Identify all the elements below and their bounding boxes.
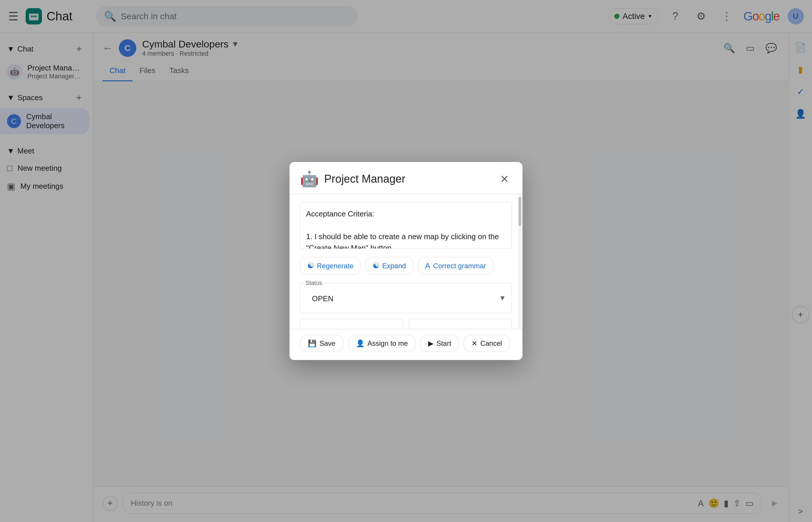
- scrollbar-thumb[interactable]: [519, 197, 521, 226]
- project-manager-modal: 🤖 Project Manager ✕ Acceptance Criteria:…: [289, 162, 523, 360]
- assign-icon: 👤: [356, 339, 365, 347]
- modal-footer: 💾 Save 👤 Assign to me ▶ Start ✕ Cancel: [289, 329, 523, 360]
- assign-to-me-button[interactable]: 👤 Assign to me: [348, 335, 416, 352]
- expand-icon: ☯: [372, 261, 379, 270]
- modal-robot-icon: 🤖: [300, 170, 319, 188]
- save-icon: 💾: [308, 339, 317, 347]
- status-select-wrapper: Status OPEN IN PROGRESS DONE ▼: [300, 283, 512, 313]
- status-label: Status: [304, 280, 324, 286]
- grammar-icon: A: [425, 261, 430, 270]
- modal-header-left: 🤖 Project Manager: [300, 170, 405, 188]
- modal-body: Acceptance Criteria: 1. I should be able…: [289, 194, 523, 329]
- start-button[interactable]: ▶ Start: [420, 335, 459, 352]
- modal-title: Project Manager: [324, 173, 405, 185]
- ai-buttons: ☯ Regenerate ☯ Expand A Correct grammar: [300, 257, 512, 275]
- cancel-button[interactable]: ✕ Cancel: [464, 335, 510, 352]
- size-select[interactable]: Size Small Medium Large: [415, 324, 506, 329]
- correct-grammar-button[interactable]: A Correct grammar: [418, 257, 493, 275]
- regenerate-button[interactable]: ☯ Regenerate: [300, 257, 361, 275]
- priority-size-row: Priority Low Medium High ▼ Size Small Me…: [300, 319, 512, 329]
- regenerate-icon: ☯: [307, 261, 314, 270]
- modal-overlay[interactable]: 🤖 Project Manager ✕ Acceptance Criteria:…: [0, 0, 812, 522]
- size-select-wrapper: Size Small Medium Large ▼: [409, 319, 512, 329]
- expand-button[interactable]: ☯ Expand: [365, 257, 413, 275]
- priority-select-wrapper: Priority Low Medium High ▼: [300, 319, 403, 329]
- cancel-icon: ✕: [471, 339, 478, 347]
- save-button[interactable]: 💾 Save: [300, 335, 343, 352]
- modal-textarea[interactable]: Acceptance Criteria: 1. I should be able…: [300, 202, 512, 249]
- priority-select[interactable]: Priority Low Medium High: [306, 324, 397, 329]
- modal-close-button[interactable]: ✕: [497, 172, 512, 187]
- status-field: Status OPEN IN PROGRESS DONE ▼: [300, 283, 512, 313]
- scrollbar-track: [519, 194, 521, 329]
- start-icon: ▶: [428, 339, 433, 347]
- status-select[interactable]: OPEN IN PROGRESS DONE: [306, 289, 506, 308]
- modal-header: 🤖 Project Manager ✕: [289, 162, 523, 194]
